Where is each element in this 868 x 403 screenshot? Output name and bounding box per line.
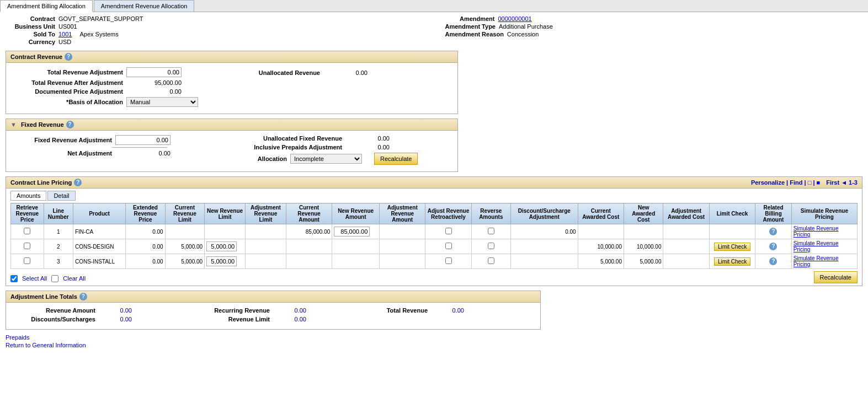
contract-revenue-help-icon[interactable]: ? — [65, 53, 72, 61]
adj-cost-2 — [663, 254, 709, 269]
limit-check-button-1[interactable]: Limit Check — [714, 243, 750, 251]
discount-surcharge-1 — [511, 239, 578, 254]
view-icon-2[interactable]: ■ — [817, 179, 821, 186]
col-current-cost: Current Awarded Cost — [578, 203, 624, 224]
new-cost-2: 5,000.00 — [624, 254, 663, 269]
clear-all-checkbox[interactable] — [51, 275, 58, 282]
view-icon-1[interactable]: □ — [808, 179, 812, 186]
adjust-retro-2[interactable] — [445, 257, 452, 264]
adjust-retro-0[interactable] — [445, 228, 452, 234]
extended-price-2: 0.00 — [126, 254, 165, 269]
allocation-label: Allocation — [232, 155, 287, 162]
new-limit-input-2[interactable] — [206, 256, 237, 266]
amendment-reason-label: Amendment Reason — [445, 31, 504, 37]
personalize-link[interactable]: Personalize — [751, 179, 785, 186]
fixed-revenue-toggle[interactable]: ▼ — [10, 121, 17, 128]
related-billing-icon-2[interactable]: ? — [769, 257, 777, 265]
unallocated-revenue-row: Unallocated Revenue 0.00 — [232, 69, 451, 76]
adjustment-line-totals-section: Adjustment Line Totals ? Revenue Amount … — [6, 291, 541, 330]
amendment-row: Amendment 0000000001 — [445, 15, 863, 22]
adjustment-line-totals-header: Adjustment Line Totals ? — [6, 291, 540, 303]
col-limit-check: Limit Check — [709, 203, 755, 224]
revenue-amount-value: 0.00 — [99, 307, 132, 314]
new-cost-0 — [624, 224, 663, 239]
select-all-checkbox[interactable] — [10, 275, 18, 282]
select-all-link[interactable]: Select All — [22, 275, 47, 282]
unallocated-revenue-label: Unallocated Revenue — [232, 69, 320, 76]
limit-check-button-2[interactable]: Limit Check — [714, 257, 750, 266]
contract-line-pricing-help-icon[interactable]: ? — [74, 179, 82, 186]
clear-all-link[interactable]: Clear All — [63, 275, 86, 282]
recurring-revenue-label: Recurring Revenue — [187, 307, 270, 314]
new-limit-cell-1 — [205, 239, 246, 254]
related-billing-icon-1[interactable]: ? — [769, 243, 777, 250]
basis-of-allocation-select[interactable]: Manual Standalone Selling Price Equal Al… — [126, 97, 198, 107]
reverse-amounts-0[interactable] — [488, 228, 494, 234]
related-billing-icon-0[interactable]: ? — [769, 228, 777, 235]
total-revenue-adjustment-input[interactable] — [126, 67, 182, 77]
sold-to-id[interactable]: 1001 — [58, 31, 72, 37]
new-amount-input-0[interactable] — [334, 227, 370, 237]
related-billing-2[interactable]: ? — [755, 254, 792, 269]
page-info: 1-3 — [849, 179, 858, 186]
find-link[interactable]: Find — [790, 179, 802, 186]
line-number-0: 1 — [44, 224, 73, 239]
line-pricing-recalculate-button[interactable]: Recalculate — [814, 271, 858, 283]
tab-revenue[interactable]: Amendment Revenue Allocation — [94, 0, 195, 12]
limit-check-cell-0 — [709, 224, 755, 239]
contract-revenue-header: Contract Revenue ? — [6, 51, 457, 63]
new-limit-input-1[interactable] — [206, 241, 237, 251]
current-limit-0 — [165, 224, 204, 239]
fixed-revenue-help-icon[interactable]: ? — [66, 121, 74, 128]
sub-tab-detail[interactable]: Detail — [47, 191, 75, 201]
related-billing-0[interactable]: ? — [755, 224, 792, 239]
amendment-type-row: Amendment Type Additional Purchase — [445, 23, 863, 30]
sold-to-name: Apex Systems — [79, 31, 118, 37]
simulate-cell-2: Simulate Revenue Pricing — [791, 254, 857, 269]
simulate-link-0[interactable]: Simulate Revenue Pricing — [794, 225, 839, 238]
fixed-revenue-header: ▼ Fixed Revenue ? — [6, 119, 457, 131]
discount-surcharge-2 — [511, 254, 578, 269]
footer-links: Prepaids Return to General Information — [6, 334, 862, 348]
amendment-value[interactable]: 0000000001 — [498, 15, 532, 22]
col-current-limit: Current Revenue Limit — [165, 203, 204, 224]
new-limit-cell-2 — [205, 254, 246, 269]
current-amount-1 — [286, 239, 332, 254]
col-current-amount: Current Revenue Amount — [286, 203, 332, 224]
contract-revenue-title: Contract Revenue — [10, 53, 62, 60]
line-number-2: 3 — [44, 254, 73, 269]
col-new-cost: New Awarded Cost — [624, 203, 663, 224]
col-extended: Extended Revenue Price — [126, 203, 165, 224]
allocation-select[interactable]: Incomplete Complete — [290, 154, 362, 164]
reverse-amounts-2[interactable] — [488, 257, 494, 264]
adjustment-line-totals-help-icon[interactable]: ? — [79, 293, 87, 300]
retrieve-checkbox-2[interactable] — [24, 257, 30, 264]
return-link[interactable]: Return to General Information — [6, 342, 862, 348]
sub-tab-amounts[interactable]: Amounts — [10, 191, 46, 201]
simulate-link-2[interactable]: Simulate Revenue Pricing — [794, 255, 839, 267]
adj-amount-1 — [380, 239, 425, 254]
reverse-amounts-1[interactable] — [488, 243, 494, 249]
adjust-retro-1[interactable] — [445, 243, 452, 249]
retrieve-checkbox-0[interactable] — [24, 228, 30, 234]
contract-label: Contract — [6, 15, 55, 22]
current-amount-0: 85,000.00 — [286, 224, 332, 239]
extended-price-1: 0.00 — [126, 239, 165, 254]
tab-bar: Amendment Billing Allocation Amendment R… — [0, 0, 868, 12]
related-billing-1[interactable]: ? — [755, 239, 792, 254]
retrieve-checkbox-1[interactable] — [24, 243, 30, 249]
product-0: FIN-CA — [73, 224, 125, 239]
fixed-revenue-recalculate-button[interactable]: Recalculate — [374, 153, 418, 165]
tab-billing[interactable]: Amendment Billing Allocation — [0, 0, 93, 12]
prepaids-link[interactable]: Prepaids — [6, 334, 862, 341]
revenue-limit-row: Revenue Limit 0.00 — [187, 316, 359, 323]
unallocated-fixed-value: 0.00 — [345, 135, 390, 142]
simulate-link-1[interactable]: Simulate Revenue Pricing — [794, 240, 839, 252]
documented-price-label: Documented Price Adjustment — [13, 88, 123, 95]
fixed-revenue-adjustment-input[interactable] — [115, 135, 171, 145]
basis-of-allocation-label: *Basis of Allocation — [13, 99, 123, 105]
current-amount-2 — [286, 254, 332, 269]
total-revenue-after-row: Total Revenue After Adjustment 95,000.00 — [13, 79, 232, 86]
contract-line-pricing-header: Contract Line Pricing ? Personalize | Fi… — [6, 177, 862, 189]
contract-revenue-section: Contract Revenue ? Total Revenue Adjustm… — [6, 51, 458, 114]
